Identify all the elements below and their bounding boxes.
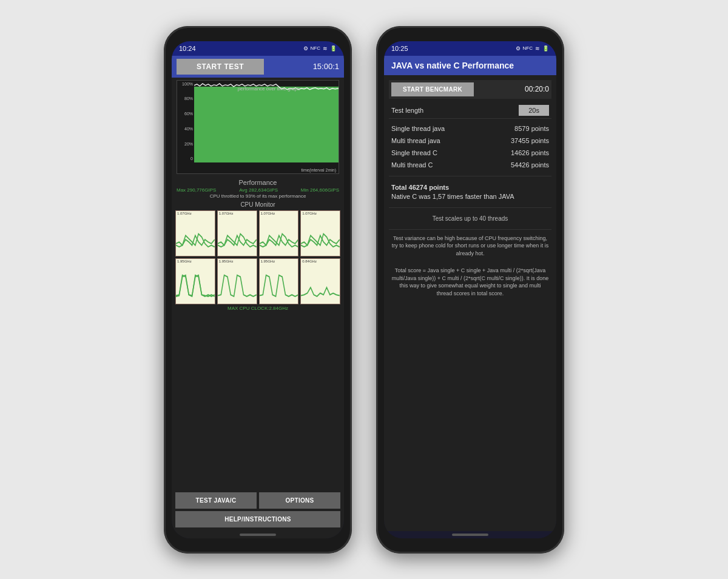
help-instructions-button[interactable]: HELP/INSTRUCTIONS <box>175 511 340 527</box>
info-text-2: Total score = Java single + C single + J… <box>389 267 551 297</box>
performance-graph: 100% 80% 60% 40% 20% 0 <box>177 80 339 174</box>
cpu-cell-7: 0.84GHz <box>300 258 340 304</box>
signal-icon-2: ≋ <box>535 45 540 52</box>
settings-icon: ⚙ <box>303 45 308 52</box>
test-length-label: Test length <box>391 107 423 114</box>
app-content-1: START TEST 15:00:1 100% 80% 60% 40% 20% … <box>172 56 344 538</box>
result-multi-java: Multi thread java 37455 points <box>389 135 551 147</box>
red-accent-button <box>351 238 352 269</box>
test-length-value: 20s <box>519 105 549 116</box>
signal-icon: ≋ <box>323 45 328 52</box>
results-section: Single thread java 8579 points Multi thr… <box>389 122 551 171</box>
scales-note: Test scales up to 40 threads <box>389 215 551 222</box>
test-java-c-button[interactable]: TEST JAVA/C <box>175 492 257 509</box>
phone-1-screen: 10:24 ⚙ NFC ≋ 🔋 START TEST 15:00:1 100% <box>172 41 344 538</box>
cpu-cell-0: 1.07GHz <box>175 210 215 256</box>
cpu-cell-5: 1.95GHz <box>217 258 257 304</box>
performance-section: Performance Max 290,776GIPS Avg 282,634G… <box>172 176 344 200</box>
settings-icon-2: ⚙ <box>516 45 521 52</box>
status-bar-1: 10:24 ⚙ NFC ≋ 🔋 <box>172 41 344 56</box>
total-section: Total 46274 points Native C was 1,57 tim… <box>389 181 551 202</box>
svg-rect-4 <box>301 211 340 256</box>
cpu-cell-4: 1.95GHz <box>175 258 215 304</box>
cpu-grid: 1.07GHz 1.07GHz <box>175 210 340 304</box>
graph-title: performance over time graph <box>201 82 336 93</box>
battery-icon-2: 🔋 <box>542 45 549 52</box>
graph-x-label: time(interval 2min) <box>301 168 336 172</box>
native-comparison: Native C was 1,57 times faster than JAVA <box>391 193 549 200</box>
graph-plot-area <box>194 81 339 162</box>
cpu-cell-2: 1.07GHz <box>259 210 299 256</box>
graph-y-axis: 100% 80% 60% 40% 20% 0 <box>177 81 194 162</box>
nfc-icon: NFC <box>311 45 320 51</box>
total-points: Total 46274 points <box>391 184 549 191</box>
info-text-1: Test variance can be high because of CPU… <box>389 235 551 258</box>
options-button[interactable]: OPTIONS <box>259 492 340 509</box>
cpu-cell-6: 1.95GHz <box>259 258 299 304</box>
svg-rect-1 <box>176 211 215 256</box>
status-bar-2: 10:25 ⚙ NFC ≋ 🔋 <box>384 41 556 56</box>
divider-1 <box>389 176 551 176</box>
cpu-cell-3: 1.07GHz <box>300 210 340 256</box>
graph-svg <box>194 81 339 162</box>
benchmark-toolbar: START BENCMARK 00:20:0 <box>389 80 551 99</box>
start-test-button[interactable]: START TEST <box>177 59 264 75</box>
nfc-icon-2: NFC <box>523 45 533 51</box>
button-row-1: TEST JAVA/C OPTIONS <box>175 492 340 509</box>
divider-2 <box>389 207 551 208</box>
result-multi-c: Multi thread C 54426 points <box>389 159 551 171</box>
cpu-monitor-title: CPU Monitor <box>175 201 340 208</box>
svg-rect-3 <box>260 211 298 256</box>
timer-display-1: 15:00:1 <box>269 62 339 71</box>
battery-icon: 🔋 <box>330 45 337 52</box>
perf-avg: Avg 282,634GIPS <box>239 187 278 193</box>
performance-stats: Max 290,776GIPS Avg 282,634GIPS Min 264,… <box>177 187 339 193</box>
result-single-c: Single thread C 14626 points <box>389 147 551 159</box>
start-benchmark-button[interactable]: START BENCMARK <box>391 82 474 96</box>
test-length-row: Test length 20s <box>389 102 551 119</box>
app-content-2: START BENCMARK 00:20:0 Test length 20s S… <box>384 75 556 531</box>
home-indicator-2 <box>452 534 488 536</box>
benchmark-timer: 00:20:0 <box>479 85 549 93</box>
phone-2-screen: 10:25 ⚙ NFC ≋ 🔋 JAVA vs native C Perform… <box>384 41 556 538</box>
svg-rect-8 <box>301 259 340 304</box>
status-time-1: 10:24 <box>179 45 196 52</box>
app-title-2: JAVA vs native C Performance <box>391 61 549 70</box>
divider-3 <box>389 229 551 230</box>
bottom-buttons-section: TEST JAVA/C OPTIONS HELP/INSTRUCTIONS <box>172 490 344 531</box>
cpu-max-clock: MAX CPU CLOCK:2.84GHz <box>175 306 340 311</box>
perf-max: Max 290,776GIPS <box>177 187 216 193</box>
graph-section: 100% 80% 60% 40% 20% 0 <box>172 78 344 176</box>
app-header-2: JAVA vs native C Performance <box>384 56 556 75</box>
perf-min: Min 264,606GIPS <box>301 187 339 193</box>
status-time-2: 10:25 <box>391 45 408 52</box>
cpu-monitor-section: CPU Monitor 1.07GHz 1.07GHz <box>172 200 344 490</box>
status-icons-1: ⚙ NFC ≋ 🔋 <box>303 45 337 52</box>
phone-2: 10:25 ⚙ NFC ≋ 🔋 JAVA vs native C Perform… <box>376 26 564 554</box>
result-single-java: Single thread java 8579 points <box>389 122 551 135</box>
status-icons-2: ⚙ NFC ≋ 🔋 <box>516 45 549 52</box>
performance-title: Performance <box>177 179 339 186</box>
perf-throttle: CPU throttled to 93% of its max performa… <box>177 193 339 199</box>
red-accent-button-2 <box>564 238 564 269</box>
svg-rect-2 <box>218 211 257 256</box>
home-indicator-1 <box>240 534 276 536</box>
phone-1: 10:24 ⚙ NFC ≋ 🔋 START TEST 15:00:1 100% <box>164 26 352 554</box>
cpu-cell-1: 1.07GHz <box>217 210 257 256</box>
